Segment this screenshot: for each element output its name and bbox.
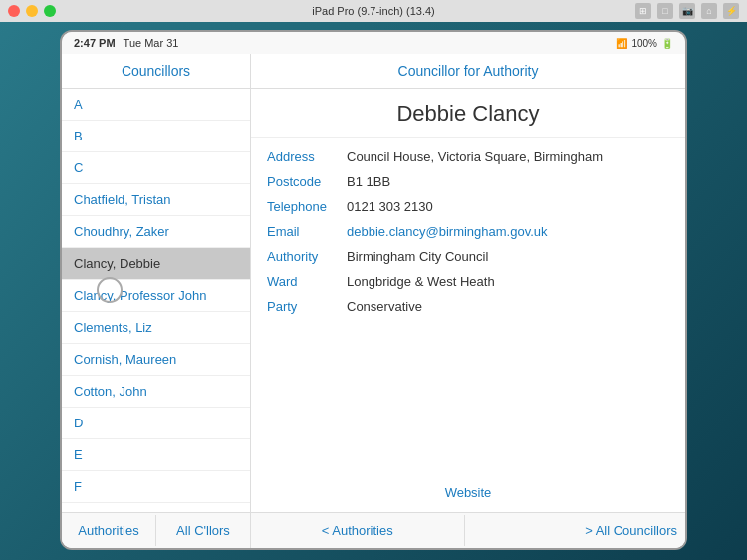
detail-value: Council House, Victoria Square, Birmingh… bbox=[347, 149, 603, 164]
list-item[interactable]: Clancy, Debbie bbox=[62, 248, 250, 280]
detail-value: B1 1BB bbox=[347, 174, 390, 189]
mac-ctrl-1[interactable]: ⊞ bbox=[635, 3, 651, 19]
statusbar-right: 📶 100% 🔋 bbox=[616, 38, 673, 49]
list-item[interactable]: C bbox=[62, 152, 250, 184]
wifi-icon: 📶 bbox=[616, 38, 627, 49]
detail-row: Telephone0121 303 2130 bbox=[267, 199, 669, 214]
nav-all-cllrs-button[interactable]: All C'llors bbox=[156, 515, 250, 546]
ipad-frame: 2:47 PM Tue Mar 31 📶 100% 🔋 Councillors … bbox=[60, 30, 687, 550]
nav-all-councillors-button[interactable]: > All Councillors bbox=[465, 515, 686, 546]
nav-authorities-button[interactable]: Authorities bbox=[62, 515, 156, 546]
list-item[interactable]: F bbox=[62, 471, 250, 503]
list-item[interactable]: Clements, Liz bbox=[62, 312, 250, 344]
list-item[interactable]: Cotton, John bbox=[62, 376, 250, 408]
window-title: iPad Pro (9.7-inch) (13.4) bbox=[312, 5, 435, 17]
close-button[interactable] bbox=[8, 5, 20, 17]
detail-row: Emaildebbie.clancy@birmingham.gov.uk bbox=[267, 224, 669, 239]
detail-label: Email bbox=[267, 224, 347, 239]
detail-row: PartyConservative bbox=[267, 299, 669, 314]
detail-value: Conservative bbox=[347, 299, 422, 314]
list-item[interactable]: E bbox=[62, 439, 250, 471]
list-item[interactable]: G bbox=[62, 503, 250, 512]
content-area: Councillors ABCChatfield, TristanChoudhr… bbox=[62, 54, 685, 512]
mac-titlebar: iPad Pro (9.7-inch) (13.4) ⊞ □ 📷 ⌂ ⚡ bbox=[0, 0, 747, 22]
list-item[interactable]: Cornish, Maureen bbox=[62, 344, 250, 376]
ipad-statusbar: 2:47 PM Tue Mar 31 📶 100% 🔋 bbox=[62, 32, 685, 54]
status-time: 2:47 PM bbox=[74, 37, 116, 49]
list-item[interactable]: D bbox=[62, 408, 250, 439]
battery-icon: 🔋 bbox=[661, 38, 673, 49]
detail-label: Address bbox=[267, 149, 347, 164]
mac-ctrl-5[interactable]: ⚡ bbox=[723, 3, 739, 19]
bottom-nav: Authorities All C'llors < Authorities > … bbox=[62, 512, 685, 548]
list-item[interactable]: Chatfield, Tristan bbox=[62, 184, 250, 216]
detail-label: Telephone bbox=[267, 199, 347, 214]
detail-value[interactable]: debbie.clancy@birmingham.gov.uk bbox=[347, 224, 548, 239]
nav-left: Authorities All C'llors bbox=[62, 513, 251, 548]
maximize-button[interactable] bbox=[44, 5, 56, 17]
left-panel: Councillors ABCChatfield, TristanChoudhr… bbox=[62, 54, 251, 512]
status-date: Tue Mar 31 bbox=[124, 37, 179, 49]
councillor-name: Debbie Clancy bbox=[251, 89, 685, 138]
mac-ctrl-4[interactable]: ⌂ bbox=[701, 3, 717, 19]
detail-row: AddressCouncil House, Victoria Square, B… bbox=[267, 149, 669, 164]
detail-label: Party bbox=[267, 299, 347, 314]
home-button[interactable] bbox=[97, 277, 123, 303]
detail-row: WardLongbridge & West Heath bbox=[267, 274, 669, 289]
detail-label: Ward bbox=[267, 274, 347, 289]
councillor-for-authority-heading: Councillor for Authority bbox=[398, 63, 539, 79]
detail-value: Birmingham City Council bbox=[347, 249, 488, 264]
councillors-list[interactable]: ABCChatfield, TristanChoudhry, ZakerClan… bbox=[62, 89, 250, 512]
list-item[interactable]: A bbox=[62, 89, 250, 121]
detail-label: Authority bbox=[267, 249, 347, 264]
detail-row: PostcodeB1 1BB bbox=[267, 174, 669, 189]
list-item[interactable]: Choudhry, Zaker bbox=[62, 216, 250, 248]
detail-value: 0121 303 2130 bbox=[347, 199, 433, 214]
councillors-heading: Councillors bbox=[122, 63, 190, 79]
website-link[interactable]: Website bbox=[251, 473, 685, 512]
right-panel: Councillor for Authority Debbie Clancy A… bbox=[251, 54, 685, 512]
left-panel-header: Councillors bbox=[62, 54, 250, 89]
nav-right: < Authorities > All Councillors bbox=[251, 513, 685, 548]
nav-back-authorities-button[interactable]: < Authorities bbox=[251, 515, 465, 546]
app-container: Councillors ABCChatfield, TristanChoudhr… bbox=[62, 54, 685, 548]
right-panel-header: Councillor for Authority bbox=[251, 54, 685, 89]
minimize-button[interactable] bbox=[26, 5, 38, 17]
mac-ctrl-3[interactable]: 📷 bbox=[679, 3, 695, 19]
list-item[interactable]: B bbox=[62, 121, 250, 152]
detail-row: AuthorityBirmingham City Council bbox=[267, 249, 669, 264]
detail-value: Longbridge & West Heath bbox=[347, 274, 495, 289]
list-item[interactable]: Clancy, Professor John bbox=[62, 280, 250, 312]
mac-ctrl-2[interactable]: □ bbox=[657, 3, 673, 19]
mac-controls-right: ⊞ □ 📷 ⌂ ⚡ bbox=[635, 3, 739, 19]
battery-percentage: 100% bbox=[631, 38, 657, 49]
detail-label: Postcode bbox=[267, 174, 347, 189]
details-area: AddressCouncil House, Victoria Square, B… bbox=[251, 138, 685, 473]
